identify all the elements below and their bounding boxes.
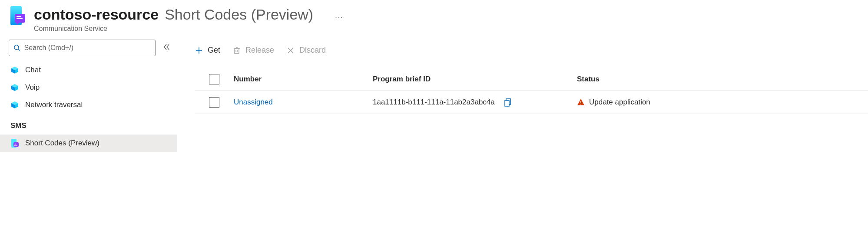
sidebar-group-sms: SMS [0,114,177,134]
toolbar-label: Release [245,46,274,55]
cube-icon [10,101,19,109]
sidebar-item-label: Short Codes (Preview) [25,139,99,148]
warning-icon [577,98,585,106]
svg-rect-3 [17,16,21,17]
sidebar-item-chat[interactable]: Chat [0,61,177,79]
svg-rect-13 [235,49,239,54]
status-label: Update application [589,98,650,107]
resource-name: contoso-resource [34,6,159,23]
cube-icon [10,83,19,92]
discard-button[interactable]: Discard [286,46,326,55]
table-header-row: Number Program brief ID Status [195,68,868,91]
sidebar-item-label: Network traversal [25,101,83,109]
release-button[interactable]: Release [232,46,274,55]
column-header-number[interactable]: Number [234,75,373,84]
column-header-brief[interactable]: Program brief ID [373,75,577,84]
short-codes-icon [10,139,19,148]
svg-line-6 [18,49,20,51]
trash-icon [232,46,241,55]
table-row[interactable]: Unassigned 1aa1111b-b111-111a-11ab2a3abc… [195,91,868,114]
svg-rect-23 [580,104,581,105]
svg-rect-10 [14,145,17,146]
cube-icon [10,66,19,74]
program-brief-id: 1aa1111b-b111-111a-11ab2a3abc4a [373,98,495,107]
row-checkbox[interactable] [209,97,219,108]
number-link[interactable]: Unassigned [234,98,273,106]
resource-icon [9,6,26,27]
sidebar-search[interactable] [9,40,156,56]
search-icon [13,44,21,52]
svg-rect-21 [505,101,509,106]
svg-rect-9 [14,144,17,145]
toolbar-label: Discard [299,46,326,55]
sidebar-item-label: Voip [25,83,40,92]
copy-icon[interactable] [504,98,512,107]
get-button[interactable]: Get [195,46,220,55]
svg-rect-8 [13,142,19,147]
sidebar-item-label: Chat [25,66,41,74]
svg-point-5 [14,45,19,50]
more-actions-button[interactable]: ··· [335,13,343,21]
sidebar-item-network-traversal[interactable]: Network traversal [0,96,177,114]
chevron-double-left-icon [162,43,170,51]
select-all-checkbox[interactable] [209,74,219,84]
collapse-sidebar-button[interactable] [162,43,170,53]
toolbar-label: Get [208,46,220,55]
sidebar-item-short-codes[interactable]: Short Codes (Preview) [0,134,177,152]
plus-icon [195,46,203,55]
sidebar-item-voip[interactable]: Voip [0,79,177,96]
column-header-status[interactable]: Status [577,75,868,84]
svg-rect-4 [17,18,23,19]
resource-type-label: Communication Service [34,25,344,33]
svg-rect-22 [580,101,581,103]
x-icon [286,46,295,55]
page-title: Short Codes (Preview) [165,6,313,23]
search-input[interactable] [24,44,151,52]
